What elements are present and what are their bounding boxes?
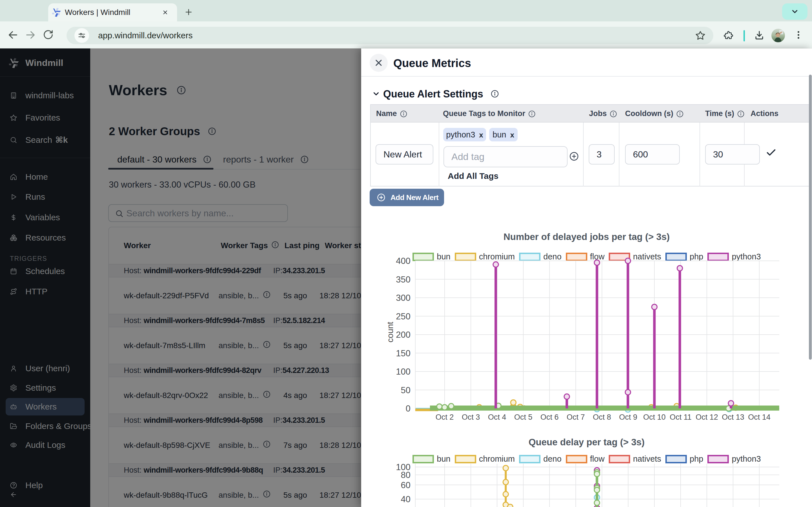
- svg-text:300: 300: [396, 293, 410, 303]
- site-info-button[interactable]: [74, 28, 89, 43]
- delayed-jobs-chart[interactable]: 050100150200250300350400Oct 2Oct 3Oct 4O…: [361, 229, 812, 426]
- drawer-backdrop[interactable]: [0, 48, 361, 507]
- info-icon: [737, 110, 745, 118]
- alert-column-name: Name: [376, 105, 407, 122]
- alert-settings-table: NameQueue Tags to MonitorJobsCooldown (s…: [370, 104, 810, 186]
- svg-text:Oct 5: Oct 5: [514, 413, 532, 421]
- profile-avatar[interactable]: [771, 29, 785, 42]
- series-marker-python3: [625, 258, 631, 264]
- extensions-icon[interactable]: [723, 30, 733, 40]
- series-marker-chromium: [503, 480, 508, 485]
- drawer-close-button[interactable]: [370, 54, 388, 72]
- browser-tab[interactable]: Workers | Windmill: [48, 3, 177, 21]
- svg-text:Oct 9: Oct 9: [619, 413, 638, 421]
- series-marker-bun: [442, 405, 448, 410]
- svg-text:40: 40: [401, 494, 410, 504]
- time-input[interactable]: 30: [705, 144, 760, 165]
- svg-text:60: 60: [401, 480, 410, 490]
- back-icon[interactable]: [7, 29, 18, 41]
- add-new-alert-label: Add New Alert: [391, 189, 439, 206]
- jobs-input[interactable]: 3: [589, 144, 615, 165]
- series-marker-python3: [652, 304, 657, 309]
- confirm-check-icon[interactable]: [765, 147, 777, 158]
- url-text[interactable]: app.windmill.dev/workers: [98, 27, 193, 44]
- column-divider: [700, 122, 700, 186]
- tab-title: Workers | Windmill: [65, 3, 130, 21]
- browser-chrome: Workers | Windmill app.windmill.dev/work…: [0, 0, 812, 48]
- series-marker-python3: [564, 394, 569, 399]
- tab-search-button[interactable]: [782, 3, 808, 20]
- svg-text:350: 350: [396, 275, 410, 284]
- series-marker-bun: [594, 471, 600, 476]
- chart-y-tick-labels: 050100150200250300350400: [396, 256, 410, 413]
- add-all-tags-link[interactable]: Add All Tags: [448, 171, 499, 181]
- cooldown-input[interactable]: 600: [625, 144, 680, 165]
- svg-text:Oct 14: Oct 14: [748, 413, 770, 421]
- bookmark-star-icon[interactable]: [695, 31, 705, 41]
- reload-icon[interactable]: [43, 29, 54, 40]
- svg-text:Oct 6: Oct 6: [541, 413, 559, 421]
- chevron-down-icon: [790, 7, 799, 16]
- url-bar[interactable]: app.windmill.dev/workers: [66, 27, 713, 44]
- info-icon: [610, 110, 617, 118]
- series-marker-python3: [728, 400, 733, 406]
- alert-column-cooldown-s: Cooldown (s): [625, 105, 684, 122]
- add-tag-input[interactable]: Add tag: [444, 146, 567, 167]
- svg-text:400: 400: [396, 256, 410, 266]
- add-tag-plus-icon[interactable]: [569, 151, 579, 161]
- chart-y-tick-labels: 100806040: [396, 462, 410, 504]
- toolbar-divider: [744, 30, 745, 41]
- alert-column-queue-tags-to-monitor: Queue Tags to Monitor: [443, 105, 536, 122]
- collapse-chevron-icon[interactable]: [372, 90, 380, 98]
- downloads-icon[interactable]: [754, 30, 765, 41]
- chart-x-tick-labels: Oct 2Oct 3Oct 4Oct 5Oct 6Oct 7Oct 8Oct 9…: [436, 413, 770, 421]
- tag-pill-python3[interactable]: python3x: [443, 128, 486, 142]
- chart-series: [415, 258, 779, 412]
- drawer-title: Queue Metrics: [393, 57, 471, 69]
- tag-pill-bun[interactable]: bunx: [489, 128, 518, 142]
- queue-delay-chart[interactable]: 100806040: [361, 460, 812, 507]
- series-marker-bun: [594, 487, 600, 493]
- tag-label: python3: [446, 130, 475, 139]
- alert-column-jobs: Jobs: [589, 105, 617, 122]
- forward-icon[interactable]: [25, 29, 36, 41]
- series-marker-bun: [594, 500, 600, 506]
- svg-text:Oct 8: Oct 8: [593, 413, 611, 421]
- tab-close-icon[interactable]: [162, 9, 168, 15]
- circle-plus-icon: [377, 193, 386, 202]
- chart-series: [503, 465, 600, 507]
- svg-text:Oct 10: Oct 10: [643, 413, 666, 421]
- drawer-scrollbar[interactable]: [809, 75, 812, 360]
- series-marker-chromium: [511, 400, 516, 405]
- svg-text:200: 200: [396, 330, 410, 340]
- remove-tag-button[interactable]: x: [479, 131, 483, 139]
- alert-name-input[interactable]: New Alert: [375, 144, 434, 165]
- svg-text:Oct 4: Oct 4: [488, 413, 506, 421]
- svg-text:100: 100: [396, 367, 410, 377]
- series-marker-python3: [677, 266, 682, 271]
- add-new-alert-button[interactable]: Add New Alert: [370, 189, 444, 206]
- series-marker-bun: [449, 404, 454, 409]
- series-marker-python3: [625, 390, 631, 395]
- menu-kebab-icon[interactable]: [794, 30, 804, 40]
- series-marker-chromium: [503, 492, 508, 497]
- svg-text:Oct 2: Oct 2: [436, 413, 454, 421]
- info-icon: [400, 110, 407, 118]
- svg-text:Oct 7: Oct 7: [567, 413, 585, 421]
- app-root: Windmill TRIGGERS windmill-labsFavorites…: [0, 48, 812, 507]
- close-icon: [373, 58, 384, 68]
- series-marker-bun: [437, 404, 442, 409]
- info-icon: [528, 110, 536, 118]
- series-marker-chromium: [507, 504, 513, 507]
- info-icon[interactable]: [491, 90, 499, 98]
- alert-column-time-s: Time (s): [705, 105, 745, 122]
- series-marker-python3: [493, 262, 499, 267]
- windmill-favicon: [52, 8, 61, 17]
- remove-tag-button[interactable]: x: [510, 131, 514, 139]
- info-icon: [676, 110, 684, 118]
- new-tab-icon[interactable]: [184, 8, 193, 17]
- svg-text:Oct 3: Oct 3: [462, 413, 480, 421]
- svg-text:80: 80: [401, 470, 410, 480]
- alert-column-actions: Actions: [751, 105, 778, 122]
- svg-text:50: 50: [401, 385, 410, 395]
